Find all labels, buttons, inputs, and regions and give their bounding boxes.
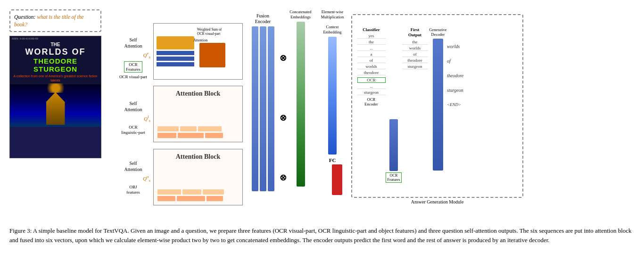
out-of: of [447, 58, 451, 64]
obj-features-label: OBJfeatures [113, 185, 153, 195]
book-subtitle: A collection from one of America's great… [10, 73, 101, 83]
book-theodore: THEODORE [10, 57, 101, 65]
diagram-wrapper: Question: what is the title of the book?… [9, 5, 635, 217]
fusion-bars [252, 26, 274, 191]
figure-caption: Figure 3: A simple baseline model for Te… [9, 226, 632, 244]
fusion-bar-3 [268, 26, 274, 191]
fc-label: FC [329, 157, 336, 163]
fo-the: the [402, 40, 428, 45]
attention-label-inner: Attention [193, 38, 207, 42]
blue-rect-1 [157, 51, 194, 55]
gen-decoder-label: GenerativeDecoder [429, 27, 446, 37]
context-bar [328, 37, 337, 155]
vocab-list: yes the ... a of worlds theodore OCR ...… [357, 33, 386, 95]
left-section: Question: what is the title of the book?… [9, 5, 113, 207]
vocab-sturgeon: sturgeon [357, 90, 386, 95]
green-bar [297, 22, 305, 187]
book-image: ISBN: 0-00-614180-89 THE WORLDS OF THEOD… [9, 36, 101, 158]
first-output-col: FirstOutput the worlds of theodore sturg… [401, 27, 429, 69]
fusion-encoder-label: FusionEncoder [255, 13, 271, 24]
answer-gen-inner: Classifier yes the ... a of worlds theod… [356, 18, 519, 194]
self-attention-2: SelfAttention [113, 100, 153, 113]
answer-gen-label: Answer Generation Module [411, 199, 464, 204]
classifier-col: Classifier yes the ... a of worlds theod… [356, 27, 387, 106]
classifier-label: Classifier [363, 27, 380, 32]
q-label-3: Qos [113, 174, 153, 183]
orange-rect [199, 43, 225, 67]
vocab-of: of [357, 58, 386, 63]
vocab-worlds: worlds [357, 64, 386, 69]
concatenated-label: ConcatenatedEmbeddings [287, 9, 315, 20]
book-worlds: WORLDS OF [10, 47, 101, 57]
blue-rect-3 [157, 62, 194, 66]
ocr-features-label: OCRFeatures [124, 61, 142, 73]
gen-decoder-col: GenerativeDecoder [431, 27, 445, 171]
book-sturgeon: STURGEON [10, 65, 101, 73]
fc-red-bar [332, 164, 342, 195]
book-figure [10, 84, 101, 127]
q-label-1: Qvs [113, 51, 153, 59]
attention-block-mid: Attention Block [153, 86, 243, 142]
question-box: Question: what is the title of the book? [9, 9, 101, 32]
fo-of: of [402, 52, 428, 57]
first-output-label: FirstOutput [408, 27, 421, 38]
multiply-col: ⊗ ⊗ ⊗ [278, 5, 288, 207]
book-isbn: ISBN: 0-00-614180-89 [12, 37, 38, 40]
out-worlds: worlds [447, 44, 460, 49]
yellow-rect [157, 36, 194, 49]
self-attention-col: SelfAttention Qvs OCRFeatures OCR visual… [113, 5, 153, 207]
self-attention-3: SelfAttention [113, 160, 153, 172]
multiply-1: ⊗ [280, 53, 287, 63]
blue-rect-2 [157, 57, 194, 61]
ocr-visual-part-label: OCR visual-part [113, 74, 153, 79]
vocab-yes: yes [357, 33, 386, 39]
fo-theodore: theodore [402, 58, 428, 63]
attention-block-bot: Attention Block [153, 149, 243, 205]
top-content: Question: what is the title of the book?… [9, 5, 635, 207]
fusion-bar-1 [252, 26, 258, 191]
concat-section: ConcatenatedEmbeddings [288, 5, 314, 207]
ocr-encoder-label: OCREncoder [364, 97, 378, 106]
vocab-the: the [357, 40, 386, 45]
blue-rects [157, 51, 194, 66]
attention-block-2-label: Attention Block [176, 90, 221, 98]
context-embedding-label: ContextEmbedding [315, 24, 350, 35]
out-end: <END> [447, 102, 461, 107]
output-words-col: worlds of theodore sturgeon <END> [447, 27, 473, 107]
ocr-encoder-bar-col: OCRFeatures [388, 27, 399, 183]
vocab-dots-1: ... [357, 46, 386, 51]
elementwise-label: Element-wiseMultiplication [315, 9, 350, 20]
out-sturgeon: sturgeon [447, 88, 463, 93]
book-the: THE [10, 42, 101, 47]
attention-block-3-label: Attention Block [176, 153, 221, 161]
ocr-linguistic-label: OCRlinguistic-part [113, 125, 153, 135]
ocr-features-box: OCRFeatures [386, 172, 401, 183]
weighted-sum-label: Weighted Sum ofOCR visual-part [197, 27, 222, 36]
fo-worlds: worlds [402, 46, 428, 51]
self-attention-1: SelfAttention [113, 37, 153, 49]
ocr-encoder-bar [389, 119, 398, 171]
fusion-bar-2 [260, 26, 266, 191]
vocab-dots-2: ... [357, 84, 386, 89]
attention-blocks-col: Weighted Sum ofOCR visual-part Attention… [153, 5, 248, 207]
vocab-theodore: theodore [357, 70, 386, 75]
caption-text: Figure 3: A simple baseline model for Te… [9, 227, 632, 244]
multiply-2: ⊗ [280, 113, 287, 123]
out-theodore: theodore [447, 73, 463, 78]
figure-shape [46, 92, 65, 125]
vocab-a: a [357, 52, 386, 57]
first-output-list: the worlds of theodore sturgeon [402, 40, 428, 69]
multiply-3: ⊗ [280, 172, 287, 183]
fo-sturgeon: sturgeon [402, 64, 428, 69]
question-label: Question: [14, 14, 35, 20]
gen-decoder-bar [433, 39, 443, 171]
vocab-ocr: OCR [357, 77, 386, 83]
answer-gen-module: Answer Generation Module Classifier yes … [351, 14, 523, 198]
fusion-encoder-section: FusionEncoder [248, 5, 278, 207]
q-label-2: Qls [113, 114, 153, 123]
elementwise-section: Element-wiseMultiplication ContextEmbedd… [314, 5, 351, 207]
attention-block-top: Weighted Sum ofOCR visual-part Attention [153, 23, 243, 80]
